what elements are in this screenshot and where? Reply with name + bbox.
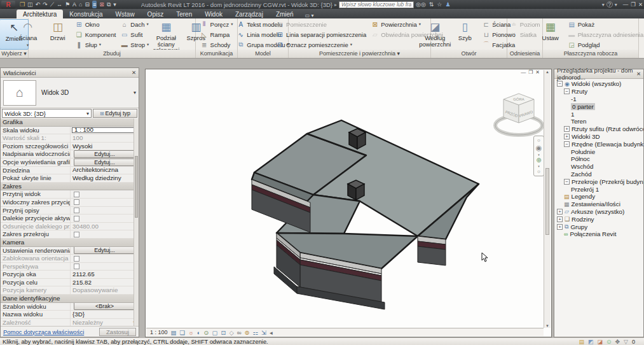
thin-lines-icon[interactable]: ≡ xyxy=(92,1,97,8)
expand-icon[interactable]: + xyxy=(564,126,570,132)
minimize-button[interactable]: — xyxy=(623,1,629,8)
window-icon[interactable]: ⊞ xyxy=(75,21,83,28)
ribbon-button[interactable]: ❚Słup▾ xyxy=(73,39,118,50)
property-section-header[interactable]: Dane identyfikacyjne⌃ xyxy=(1,295,139,303)
revit-link-icon[interactable]: ∞ xyxy=(564,231,568,237)
view-scale-button[interactable]: 1 : 100 xyxy=(150,329,168,335)
room-separation-icon[interactable]: ⊟ xyxy=(276,31,284,38)
expand-icon[interactable]: + xyxy=(557,216,563,222)
properties-close-icon[interactable]: ✕ xyxy=(132,69,136,76)
property-value[interactable]: Architektoniczna xyxy=(71,167,139,174)
switch-windows-icon[interactable]: ⧉ xyxy=(107,1,111,8)
component-icon[interactable]: ❏ xyxy=(75,31,83,38)
tree-item[interactable]: +❑Rodziny xyxy=(554,215,643,223)
displaced-elements-icon[interactable]: ⇲ xyxy=(261,329,266,336)
roof-icon[interactable]: ⌂ xyxy=(120,21,128,28)
expand-icon[interactable]: + xyxy=(557,224,563,230)
stairs-icon[interactable]: ≣ xyxy=(200,41,209,48)
group-icon[interactable]: ⧉ xyxy=(565,223,568,230)
tree-item[interactable]: Południe xyxy=(554,148,643,155)
ribbon-button[interactable]: ◺Rampa xyxy=(198,29,235,39)
measure-icon[interactable]: ⟋ xyxy=(50,1,54,8)
property-section-header[interactable]: Kamera⌃ xyxy=(1,239,139,247)
temp-view-properties-icon[interactable]: ⚏ xyxy=(253,329,259,336)
model-group-icon[interactable]: ⧉ xyxy=(236,41,245,48)
pinned-select-icon[interactable]: ◪ xyxy=(597,339,603,345)
model-line-icon[interactable]: ∿ xyxy=(236,31,245,38)
curtain-grid-icon[interactable]: ▦ xyxy=(158,20,174,34)
tab-opisz[interactable]: Opisz xyxy=(141,10,170,18)
chevron-down-icon[interactable]: ▾ xyxy=(134,90,136,95)
element-selector[interactable]: Widok 3D: {3D} ▾ xyxy=(2,109,92,118)
family-icon[interactable]: ❑ xyxy=(565,216,570,222)
detail-level-icon[interactable]: ▤ xyxy=(171,329,177,336)
property-value[interactable]: 215.82 xyxy=(71,279,139,286)
show-workplane-icon[interactable]: ▤ xyxy=(568,21,576,28)
view-restore-icon[interactable]: ❐ xyxy=(528,69,533,75)
door-icon[interactable]: ◫ xyxy=(50,20,65,34)
tree-item[interactable]: Zachód xyxy=(554,171,643,178)
tab-konstrukcja[interactable]: Konstrukcja xyxy=(63,10,109,18)
application-menu-button[interactable]: R xyxy=(1,1,15,9)
drag-select-icon[interactable]: ✥ xyxy=(615,339,620,345)
property-value[interactable]: 2112.65 xyxy=(71,271,139,278)
canvas-scrollbar[interactable]: ▲ ▼ xyxy=(544,70,551,328)
ribbon-button[interactable]: ▬Strop▾ xyxy=(118,39,151,50)
tree-item[interactable]: ▤Legendy xyxy=(554,193,643,201)
ribbon-button[interactable]: ⊡Oznacz pomieszczenie▾ xyxy=(274,39,368,50)
collapse-bar-icon[interactable]: ◂ xyxy=(270,329,273,336)
favorites-icon[interactable]: ☆ xyxy=(437,1,442,8)
collapse-icon[interactable]: − xyxy=(564,141,570,147)
underlay-select-icon[interactable]: ◩ xyxy=(588,339,594,345)
tree-item[interactable]: 0 parter xyxy=(554,102,643,110)
tree-item[interactable]: Teren xyxy=(554,118,643,125)
section-icon[interactable]: ⊟ xyxy=(85,1,90,8)
show-crop-icon[interactable]: ⊡ xyxy=(221,329,226,336)
tree-item[interactable]: -1 xyxy=(554,95,643,103)
property-section-header[interactable]: Zakres⌃ xyxy=(1,183,139,191)
navbar-dropdown-icon[interactable]: ▾ xyxy=(538,153,540,157)
close-hidden-windows-icon[interactable]: ⊠ xyxy=(99,1,104,8)
property-value[interactable]: Wysoki xyxy=(71,143,139,150)
filter-icon[interactable]: ▽ xyxy=(624,339,628,345)
grid-icon[interactable]: ⌗ xyxy=(510,31,518,38)
ramp-icon[interactable]: ◺ xyxy=(200,31,209,38)
shadows-icon[interactable]: ◐ xyxy=(197,329,201,336)
help-icon[interactable]: ? xyxy=(606,1,613,8)
expand-icon[interactable]: + xyxy=(557,209,563,215)
level-icon[interactable]: ≐ xyxy=(510,21,518,28)
tree-item[interactable]: Wschód xyxy=(554,163,643,171)
ribbon-button[interactable]: ⫴Poręcz▾ xyxy=(198,19,235,29)
property-checkbox[interactable] xyxy=(74,199,79,205)
properties-help-link[interactable]: Pomoc dotycząca właściwości xyxy=(3,328,84,335)
viewcube[interactable]: GÓRA PRZÓD PRAWO xyxy=(492,85,545,139)
tab-architektura[interactable]: Architektura xyxy=(17,10,63,18)
property-section-header[interactable]: Grafika⌃ xyxy=(1,118,139,127)
property-checkbox[interactable] xyxy=(74,208,79,213)
sign-in-icon[interactable]: ♟ xyxy=(445,1,450,8)
hide-isolate-icon[interactable]: ∞ xyxy=(237,329,242,336)
set-workplane-icon[interactable]: ▦ xyxy=(543,20,558,34)
infocenter-dropdown[interactable]: ▾ xyxy=(602,2,605,8)
wall-icon[interactable]: ◠ xyxy=(20,20,36,34)
view-minimize-icon[interactable]: — xyxy=(521,69,526,75)
zoom-tool-icon[interactable]: ⊕ xyxy=(536,157,541,164)
tree-item[interactable]: ∞Połączenia Revit xyxy=(554,230,643,238)
scroll-down-icon[interactable]: ▼ xyxy=(545,324,549,328)
ribbon-display-toggle[interactable]: ▭ ▾ xyxy=(305,13,314,18)
tree-item[interactable]: −Przekroje (Przekrój budynku) xyxy=(554,178,643,185)
column-icon[interactable]: ❚ xyxy=(75,41,83,48)
scrollbar-thumb[interactable] xyxy=(545,168,549,235)
workplane-viewer-icon[interactable]: ◲ xyxy=(568,41,576,48)
area-icon[interactable]: ⊠ xyxy=(371,21,379,28)
property-checkbox[interactable] xyxy=(74,232,79,237)
ribbon-button[interactable]: ▦Podział ściany osłonowej xyxy=(151,19,181,50)
aligned-dimension-icon[interactable]: ↔ xyxy=(57,1,62,8)
save-icon[interactable]: ◫ xyxy=(27,1,33,8)
link-select-icon[interactable]: ▤ xyxy=(579,339,584,345)
tab-zarządzaj[interactable]: Zarządzaj xyxy=(229,10,270,18)
reveal-hidden-icon[interactable]: ⊚ xyxy=(245,329,250,336)
views-icon[interactable]: ◉ xyxy=(565,81,570,87)
crop-view-icon[interactable]: ▢ xyxy=(212,329,217,336)
tree-item[interactable]: −Rzuty xyxy=(554,88,643,95)
